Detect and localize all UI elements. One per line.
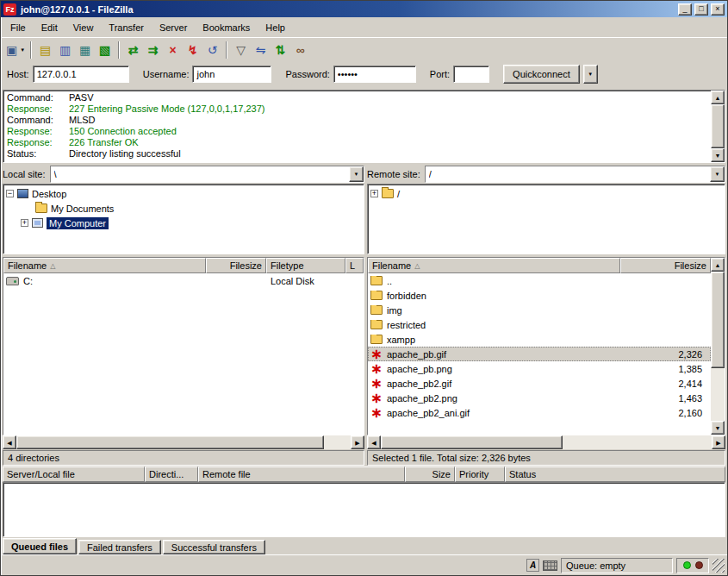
bottom-status-bar: A Queue: empty (1, 554, 727, 575)
local-file-row[interactable]: C: Local Disk (3, 273, 364, 288)
local-site-dropdown-icon[interactable]: ▼ (349, 166, 364, 182)
encryption-indicator-icon[interactable] (543, 560, 557, 571)
column-header-lastmodified[interactable]: L (345, 258, 364, 273)
toggle-log-button[interactable]: ▤ (35, 41, 55, 59)
column-header-remote-file[interactable]: Remote file (198, 466, 405, 482)
expand-expander-icon[interactable]: + (21, 219, 28, 227)
filter-button[interactable]: ▽ (231, 41, 251, 59)
scroll-up-icon[interactable]: ▲ (711, 91, 725, 104)
menu-help[interactable]: Help (258, 19, 293, 36)
remote-file-row[interactable]: img (368, 303, 711, 317)
expand-expander-icon[interactable]: + (370, 190, 378, 197)
compare-button[interactable]: ⇋ (251, 41, 271, 59)
password-input[interactable] (333, 66, 416, 83)
column-header-priority[interactable]: Priority (455, 466, 505, 482)
scroll-down-icon[interactable]: ▼ (711, 148, 725, 162)
local-horizontal-scrollbar[interactable]: ◀ ▶ (3, 435, 364, 449)
local-hscroll-track[interactable] (16, 435, 351, 449)
site-manager-dropdown-icon[interactable]: ▼ (20, 47, 25, 53)
reconnect-button[interactable]: ↺ (202, 41, 222, 59)
menu-bookmarks[interactable]: Bookmarks (195, 19, 258, 36)
scroll-down-icon[interactable]: ▼ (711, 421, 725, 435)
remote-file-row[interactable]: ∗apache_pb2_ani.gif2,160 (368, 405, 711, 420)
log-scrollbar[interactable]: ▲ ▼ (711, 91, 725, 162)
username-input[interactable] (192, 66, 271, 83)
remote-hscroll-thumb[interactable] (381, 435, 563, 449)
site-manager-icon: ▣ (6, 44, 17, 56)
menu-edit[interactable]: Edit (34, 19, 65, 36)
find-button[interactable]: ∞ (290, 41, 310, 59)
local-site-input[interactable] (51, 166, 349, 182)
scroll-up-icon[interactable]: ▲ (711, 258, 725, 272)
menu-view[interactable]: View (65, 19, 102, 36)
toggle-remote-tree-button[interactable]: ▦ (75, 41, 95, 59)
tree-item-my-documents[interactable]: My Documents (6, 201, 361, 216)
column-header-filesize[interactable]: Filesize (620, 258, 711, 273)
column-header-filetype[interactable]: Filetype (266, 258, 345, 273)
local-hscroll-thumb[interactable] (16, 435, 324, 449)
column-header-status[interactable]: Status (505, 466, 725, 482)
tab-label: Failed transfers (87, 542, 152, 553)
column-header-filesize[interactable]: Filesize (206, 258, 266, 273)
column-header-filename[interactable]: Filename△ (368, 258, 620, 273)
file-name-cell: ∗apache_pb.png (368, 364, 625, 374)
remote-file-row[interactable]: forbidden (368, 288, 711, 303)
log-line-text: PASV (69, 92, 94, 103)
toggle-queue-button[interactable]: ▧ (95, 41, 115, 59)
quickconnect-button[interactable]: Quickconnect (503, 65, 580, 84)
cancel-button[interactable]: × (163, 41, 183, 59)
sync-browse-button[interactable]: ⇅ (271, 41, 290, 59)
remote-vscroll-thumb[interactable] (711, 272, 725, 368)
log-scroll-thumb[interactable] (711, 104, 725, 148)
remote-file-row[interactable]: ∗apache_pb.png1,385 (368, 361, 711, 376)
queue-list[interactable] (3, 482, 725, 537)
remote-site-input[interactable] (426, 166, 710, 182)
port-input[interactable] (453, 66, 489, 83)
close-button[interactable]: × (711, 3, 725, 16)
remote-file-row-selected[interactable]: ∗apache_pb.gif2,326 (368, 347, 711, 361)
scroll-left-icon[interactable]: ◀ (3, 435, 16, 449)
remote-file-row[interactable]: xampp (368, 332, 711, 347)
disconnect-button[interactable]: ↯ (183, 41, 202, 59)
menu-server[interactable]: Server (152, 19, 195, 36)
tree-item-my-computer[interactable]: + My Computer (6, 216, 361, 230)
tab-queued-files[interactable]: Queued files (3, 538, 77, 554)
maximize-button[interactable]: □ (694, 3, 708, 16)
remote-file-row[interactable]: ∗apache_pb2.png1,463 (368, 391, 711, 405)
minimize-button[interactable]: _ (678, 3, 692, 16)
host-input[interactable] (33, 66, 129, 83)
column-header-direction[interactable]: Directi... (145, 466, 198, 482)
column-header-server-local-file[interactable]: Server/Local file (3, 466, 145, 482)
toolbar-separator (118, 41, 120, 59)
site-manager-button[interactable]: ▣ ▼ (4, 41, 27, 59)
remote-vertical-scrollbar[interactable]: ▲ ▼ (711, 258, 725, 435)
remote-horizontal-scrollbar[interactable]: ◀ ▶ (367, 435, 725, 449)
toggle-local-tree-button[interactable]: ▥ (55, 41, 75, 59)
quickconnect-dropdown-button[interactable]: ▼ (583, 65, 598, 84)
tree-item-desktop[interactable]: − Desktop (6, 186, 361, 201)
log-scroll-track[interactable] (711, 104, 725, 148)
transfer-type-indicator-icon[interactable]: A (526, 559, 539, 572)
tab-successful-transfers[interactable]: Successful transfers (163, 540, 265, 554)
tab-failed-transfers[interactable]: Failed transfers (78, 540, 161, 554)
titlebar[interactable]: Fz john@127.0.0.1 - FileZilla _ □ × (1, 1, 727, 17)
scroll-right-icon[interactable]: ▶ (712, 435, 725, 449)
remote-file-row[interactable]: ∗apache_pb2.gif2,414 (368, 376, 711, 391)
remote-site-dropdown-icon[interactable]: ▼ (710, 166, 725, 182)
collapse-expander-icon[interactable]: − (6, 190, 14, 197)
process-queue-button[interactable]: ⇉ (143, 41, 163, 59)
remote-file-row[interactable]: .. (368, 273, 711, 288)
refresh-button[interactable]: ⇄ (123, 41, 143, 59)
tree-item-root[interactable]: + / (370, 186, 722, 201)
remote-vscroll-track[interactable] (711, 272, 725, 421)
activity-led-red-icon (695, 561, 703, 569)
scroll-left-icon[interactable]: ◀ (367, 435, 381, 449)
column-header-size[interactable]: Size (405, 466, 455, 482)
column-header-filename[interactable]: Filename△ (3, 258, 206, 273)
menu-file[interactable]: File (3, 19, 34, 36)
resize-grip[interactable] (712, 559, 725, 573)
scroll-right-icon[interactable]: ▶ (351, 435, 364, 449)
menu-transfer[interactable]: Transfer (101, 19, 152, 36)
remote-file-row[interactable]: restricted (368, 317, 711, 332)
remote-hscroll-track[interactable] (381, 435, 712, 449)
